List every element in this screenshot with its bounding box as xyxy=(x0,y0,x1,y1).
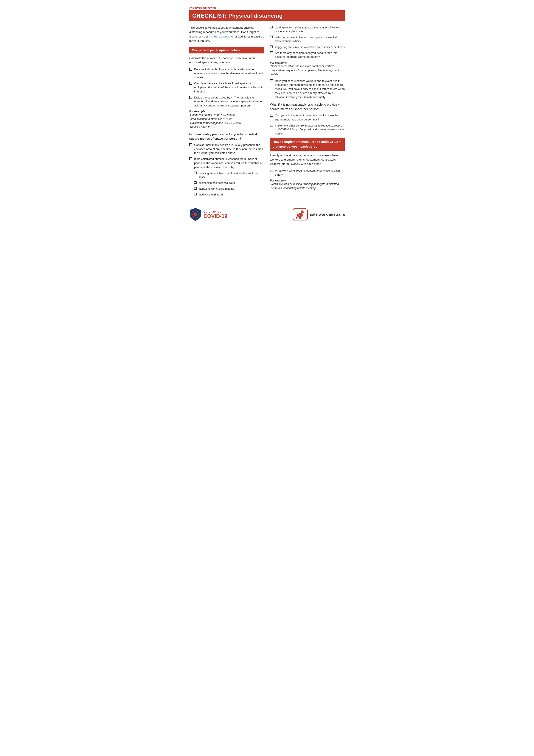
svg-point-26 xyxy=(299,214,300,215)
example-content: Length = 5 metres, Width = 10 metres Are… xyxy=(189,113,264,129)
svg-point-21 xyxy=(303,212,304,213)
checklist-item: Can you still implement measures that in… xyxy=(270,114,345,122)
nested-checklist-item: postponing non-essential work xyxy=(194,181,264,185)
svg-point-11 xyxy=(195,217,196,218)
item-text: Do a walk through of your workplace with… xyxy=(194,68,264,80)
checkbox[interactable] xyxy=(194,193,196,196)
item-text: restricting access to the enclosed space… xyxy=(274,35,345,43)
item-text: Are there any considerations you need to… xyxy=(275,51,345,59)
svg-point-13 xyxy=(198,214,199,215)
checkbox[interactable] xyxy=(194,172,196,174)
example-label: For example: xyxy=(270,179,345,182)
example-label: For example: xyxy=(270,61,345,64)
svg-rect-24 xyxy=(300,217,301,219)
svg-line-6 xyxy=(193,212,193,212)
item-text: Have you consulted with workers and rele… xyxy=(275,79,345,99)
svg-line-8 xyxy=(197,212,197,212)
svg-point-15 xyxy=(197,217,198,218)
item-text: facilitating working from home xyxy=(198,187,264,191)
sub-question1: Is it reasonably practicable for you to … xyxy=(189,132,264,141)
website-url: swa.gov.au/coronavirus xyxy=(189,7,345,9)
item-text: Calculate the area of each enclosed spac… xyxy=(194,81,264,94)
checkbox[interactable] xyxy=(270,124,273,127)
svg-rect-23 xyxy=(299,217,300,219)
intro-paragraph: This checklist will assist you to implem… xyxy=(189,26,264,43)
svg-point-16 xyxy=(197,211,198,212)
checkbox[interactable] xyxy=(270,36,273,38)
checkbox[interactable] xyxy=(189,82,192,85)
main-title: CHECKLIST: Physical distancing xyxy=(189,10,345,21)
checklist-item: If the calculated number is less than th… xyxy=(189,157,264,169)
section2-intro: Identify all the situations, tasks and p… xyxy=(270,153,345,166)
checklist-item: Divide the calculated area by 4. The res… xyxy=(189,96,264,108)
covid-text-block: Coronavirus COVID-19 xyxy=(203,210,227,219)
nested-checklist-cont: splitting workers' shifts to reduce the … xyxy=(270,26,345,49)
item-text: Can you still implement measures that in… xyxy=(275,114,345,122)
example-label: For example: xyxy=(189,110,264,113)
item-text: Implement other control measures to redu… xyxy=(275,124,345,136)
checkbox[interactable] xyxy=(270,51,273,54)
footer: Coronavirus COVID-19 xyxy=(189,205,345,221)
checklist-item: Calculate the area of each enclosed spac… xyxy=(189,81,264,94)
left-column: This checklist will assist you to implem… xyxy=(189,26,264,199)
nested-checklist-item: facilitating working from home xyxy=(194,187,264,191)
covid19-link[interactable]: COVID-19 website xyxy=(209,35,233,38)
section1-intro: Calculate the number of people you can h… xyxy=(189,56,264,65)
svg-point-12 xyxy=(191,214,192,215)
section1-heading: One person per 4 square metres xyxy=(189,47,264,53)
checkbox[interactable] xyxy=(270,26,273,28)
covid-logo: Coronavirus COVID-19 xyxy=(189,207,227,221)
checkbox[interactable] xyxy=(270,79,273,82)
covid-shield-icon xyxy=(189,207,201,221)
item-text: What work tasks require workers to be cl… xyxy=(275,169,345,177)
checkbox[interactable] xyxy=(189,68,192,71)
item-text: Divide the calculated area by 4. The res… xyxy=(194,96,264,108)
nested-checklist-item: restricting access to the enclosed space… xyxy=(270,35,345,43)
example-block: For example: Length = 5 metres, Width = … xyxy=(189,110,264,129)
section2-heading: How to implement measures to achieve 1.5… xyxy=(270,138,345,150)
item-text: staggering entry into the workplace by c… xyxy=(274,45,345,49)
swa-logo: safe work australia xyxy=(292,208,345,221)
svg-line-9 xyxy=(193,217,193,217)
item-text: modifying work tasks xyxy=(198,193,264,197)
example-block: For example: Child to carer ratios, the … xyxy=(270,61,345,76)
checkbox[interactable] xyxy=(270,45,273,48)
checklist-item: Have you consulted with workers and rele… xyxy=(270,79,345,99)
swa-kangaroo-icon xyxy=(292,208,308,221)
example-content: Child to carer ratios, the minimum numbe… xyxy=(270,64,345,76)
checkbox[interactable] xyxy=(270,114,273,117)
coronavirus-label: Coronavirus xyxy=(203,210,227,213)
svg-point-10 xyxy=(195,210,196,211)
swa-text: safe work australia xyxy=(310,212,345,217)
svg-line-7 xyxy=(197,217,197,217)
svg-point-22 xyxy=(301,210,302,212)
svg-point-1 xyxy=(194,213,196,216)
item-text: splitting workers' shifts to reduce the … xyxy=(274,26,345,33)
item-text: postponing non-essential work xyxy=(198,181,264,185)
checklist-item: What work tasks require workers to be cl… xyxy=(270,169,345,177)
example-content: Tasks involving safe lifting, working at… xyxy=(270,182,345,190)
item-text: Consider how many people are usually pre… xyxy=(194,143,264,155)
checklist-item: Consider how many people are usually pre… xyxy=(189,143,264,155)
svg-point-14 xyxy=(192,211,193,212)
covid19-label: COVID-19 xyxy=(203,213,227,219)
checkbox[interactable] xyxy=(189,143,192,146)
example-block: For example: Tasks involving safe liftin… xyxy=(270,179,345,190)
svg-point-17 xyxy=(192,217,193,218)
item-text: reducing the number of work tasks in the… xyxy=(198,171,264,179)
right-column: splitting workers' shifts to reduce the … xyxy=(270,26,345,199)
nested-checklist-item: splitting workers' shifts to reduce the … xyxy=(270,26,345,33)
checklist-item: Are there any considerations you need to… xyxy=(270,51,345,59)
nested-checklist-item: staggering entry into the workplace by c… xyxy=(270,45,345,49)
checkbox[interactable] xyxy=(270,169,273,172)
checkbox[interactable] xyxy=(189,96,192,99)
checkbox[interactable] xyxy=(194,181,196,184)
nested-checklist-item: reducing the number of work tasks in the… xyxy=(194,171,264,179)
checkbox[interactable] xyxy=(189,157,192,160)
checklist-item: Implement other control measures to redu… xyxy=(270,124,345,136)
item-text: If the calculated number is less than th… xyxy=(194,157,264,169)
checklist-item: Do a walk through of your workplace with… xyxy=(189,68,264,80)
sub-question2: What if it is not reasonably practicable… xyxy=(270,102,345,111)
nested-checklist: reducing the number of work tasks in the… xyxy=(194,171,264,197)
checkbox[interactable] xyxy=(194,187,196,190)
